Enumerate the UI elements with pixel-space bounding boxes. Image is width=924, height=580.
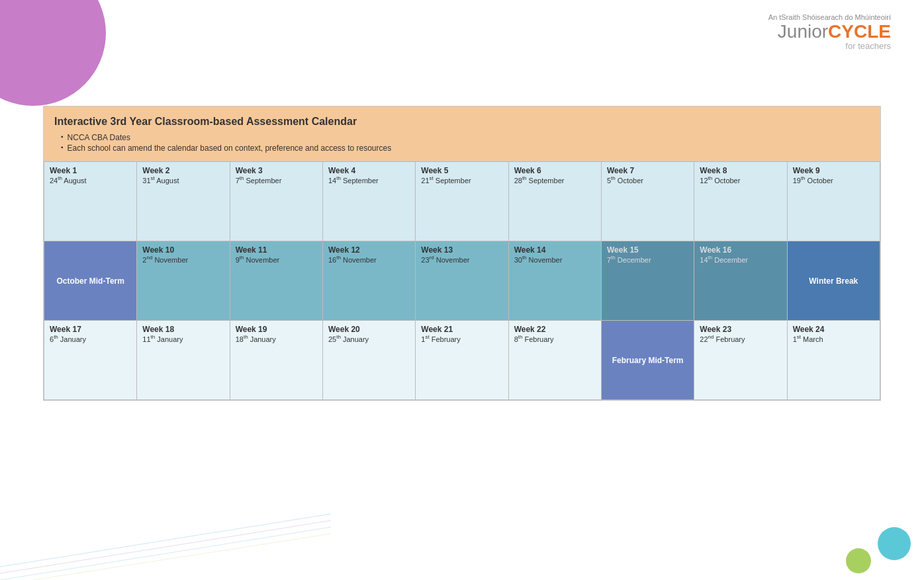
main-content: Interactive 3rd Year Classroom-based Ass…	[0, 0, 924, 421]
cell-week9: Week 919th October	[787, 162, 880, 241]
table-row-3: Week 176th January Week 1811th January W…	[44, 321, 880, 400]
decorative-blue-circle	[878, 527, 911, 560]
cell-week16: Week 1614th December	[694, 241, 787, 321]
cell-winter-break: Winter Break	[787, 241, 880, 321]
cell-week17: Week 176th January	[44, 321, 137, 400]
cell-week21: Week 211st February	[416, 321, 508, 400]
cell-week6: Week 628th September	[508, 162, 601, 241]
cell-week2: Week 231st August	[137, 162, 230, 241]
cell-week5: Week 521st September	[416, 162, 508, 241]
cell-week1: Week 124th August	[44, 162, 137, 241]
calendar-table: Week 124th August Week 231st August Week…	[44, 161, 880, 400]
cell-week18: Week 1811th January	[137, 321, 230, 400]
svg-line-2	[0, 527, 331, 580]
cell-week13: Week 1323rd November	[416, 241, 508, 321]
calendar-title: Interactive 3rd Year Classroom-based Ass…	[54, 116, 870, 128]
calendar-wrapper: Interactive 3rd Year Classroom-based Ass…	[43, 106, 881, 401]
logo-for-teachers: for teachers	[768, 41, 891, 51]
cell-week7: Week 75th October	[601, 162, 694, 241]
table-row-1: Week 124th August Week 231st August Week…	[44, 162, 880, 241]
svg-line-1	[0, 520, 331, 573]
cell-week23: Week 2322nd February	[694, 321, 787, 400]
bullet-1: NCCA CBA Dates	[61, 133, 870, 142]
cell-week20: Week 2025th January	[322, 321, 415, 400]
logo-subtitle: An tSraith Shóisearach do Mhúinteoirí	[768, 13, 891, 21]
table-row-2: October Mid-Term Week 102nd November Wee…	[44, 241, 880, 321]
decorative-green-circle	[846, 548, 871, 573]
cell-week15: Week 157th December	[601, 241, 694, 321]
logo-junior: Junior	[778, 21, 828, 42]
logo-cycle: CYCLE	[828, 21, 891, 42]
decorative-lines	[0, 501, 331, 580]
cell-week14: Week 1430th November	[508, 241, 601, 321]
logo-text: JuniorCYCLE	[768, 22, 891, 41]
logo-area: An tSraith Shóisearach do Mhúinteoirí Ju…	[768, 13, 891, 51]
cell-feb-midterm: February Mid-Term	[601, 321, 694, 400]
cell-oct-midterm: October Mid-Term	[44, 241, 137, 321]
cell-week19: Week 1918th January	[230, 321, 322, 400]
cell-week12: Week 1216th November	[322, 241, 415, 321]
cell-week8: Week 812th October	[694, 162, 787, 241]
cell-week10: Week 102nd November	[137, 241, 230, 321]
svg-line-3	[33, 534, 331, 580]
cell-week4: Week 414th September	[322, 162, 415, 241]
cell-week11: Week 119th November	[230, 241, 322, 321]
cell-week24: Week 241st March	[787, 321, 880, 400]
calendar-bullets: NCCA CBA Dates Each school can amend the…	[54, 133, 870, 153]
svg-line-0	[0, 514, 331, 567]
cell-week3: Week 37th September	[230, 162, 322, 241]
cell-week22: Week 228th February	[508, 321, 601, 400]
calendar-header: Interactive 3rd Year Classroom-based Ass…	[44, 106, 880, 161]
bullet-2: Each school can amend the calendar based…	[61, 144, 870, 153]
